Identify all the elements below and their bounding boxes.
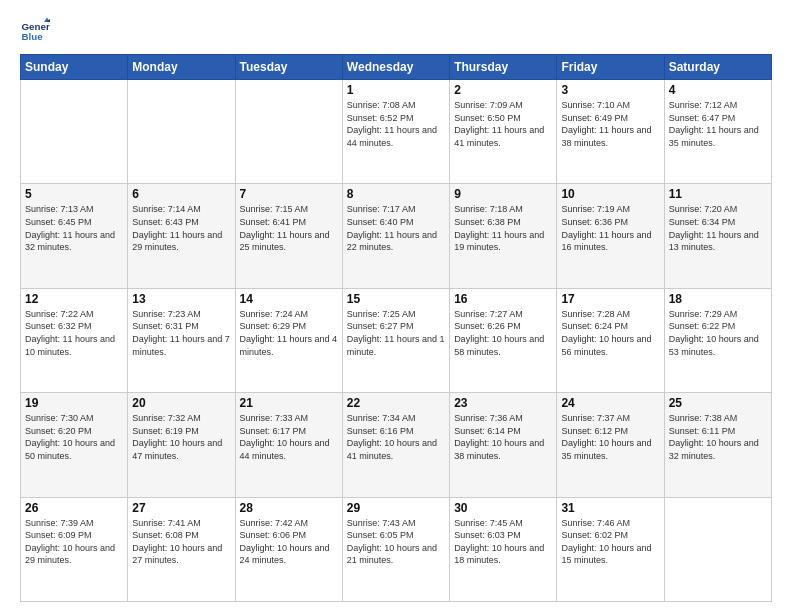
logo: General Blue [20,16,56,46]
day-info: Sunrise: 7:37 AM Sunset: 6:12 PM Dayligh… [561,412,659,462]
day-info: Sunrise: 7:20 AM Sunset: 6:34 PM Dayligh… [669,203,767,253]
day-cell: 17Sunrise: 7:28 AM Sunset: 6:24 PM Dayli… [557,288,664,392]
day-info: Sunrise: 7:12 AM Sunset: 6:47 PM Dayligh… [669,99,767,149]
day-info: Sunrise: 7:28 AM Sunset: 6:24 PM Dayligh… [561,308,659,358]
day-info: Sunrise: 7:38 AM Sunset: 6:11 PM Dayligh… [669,412,767,462]
calendar-table: SundayMondayTuesdayWednesdayThursdayFrid… [20,54,772,602]
day-cell: 28Sunrise: 7:42 AM Sunset: 6:06 PM Dayli… [235,497,342,601]
day-number: 24 [561,396,659,410]
day-info: Sunrise: 7:30 AM Sunset: 6:20 PM Dayligh… [25,412,123,462]
day-number: 5 [25,187,123,201]
day-number: 28 [240,501,338,515]
header: General Blue [20,16,772,46]
day-number: 7 [240,187,338,201]
day-number: 18 [669,292,767,306]
day-info: Sunrise: 7:15 AM Sunset: 6:41 PM Dayligh… [240,203,338,253]
svg-text:Blue: Blue [22,31,44,42]
day-number: 30 [454,501,552,515]
day-number: 31 [561,501,659,515]
day-info: Sunrise: 7:09 AM Sunset: 6:50 PM Dayligh… [454,99,552,149]
day-number: 11 [669,187,767,201]
day-number: 4 [669,83,767,97]
week-row-0: 1Sunrise: 7:08 AM Sunset: 6:52 PM Daylig… [21,80,772,184]
day-cell: 9Sunrise: 7:18 AM Sunset: 6:38 PM Daylig… [450,184,557,288]
day-cell [128,80,235,184]
day-cell: 6Sunrise: 7:14 AM Sunset: 6:43 PM Daylig… [128,184,235,288]
day-number: 23 [454,396,552,410]
day-info: Sunrise: 7:19 AM Sunset: 6:36 PM Dayligh… [561,203,659,253]
week-row-4: 26Sunrise: 7:39 AM Sunset: 6:09 PM Dayli… [21,497,772,601]
header-row: SundayMondayTuesdayWednesdayThursdayFrid… [21,55,772,80]
day-cell: 14Sunrise: 7:24 AM Sunset: 6:29 PM Dayli… [235,288,342,392]
day-info: Sunrise: 7:14 AM Sunset: 6:43 PM Dayligh… [132,203,230,253]
day-cell: 11Sunrise: 7:20 AM Sunset: 6:34 PM Dayli… [664,184,771,288]
day-cell [235,80,342,184]
header-day-tuesday: Tuesday [235,55,342,80]
day-cell: 24Sunrise: 7:37 AM Sunset: 6:12 PM Dayli… [557,393,664,497]
header-day-sunday: Sunday [21,55,128,80]
day-info: Sunrise: 7:39 AM Sunset: 6:09 PM Dayligh… [25,517,123,567]
day-cell: 27Sunrise: 7:41 AM Sunset: 6:08 PM Dayli… [128,497,235,601]
day-info: Sunrise: 7:10 AM Sunset: 6:49 PM Dayligh… [561,99,659,149]
day-info: Sunrise: 7:23 AM Sunset: 6:31 PM Dayligh… [132,308,230,358]
header-day-thursday: Thursday [450,55,557,80]
day-cell [664,497,771,601]
day-cell: 19Sunrise: 7:30 AM Sunset: 6:20 PM Dayli… [21,393,128,497]
day-cell: 31Sunrise: 7:46 AM Sunset: 6:02 PM Dayli… [557,497,664,601]
week-row-1: 5Sunrise: 7:13 AM Sunset: 6:45 PM Daylig… [21,184,772,288]
day-number: 22 [347,396,445,410]
week-row-2: 12Sunrise: 7:22 AM Sunset: 6:32 PM Dayli… [21,288,772,392]
day-info: Sunrise: 7:29 AM Sunset: 6:22 PM Dayligh… [669,308,767,358]
day-info: Sunrise: 7:18 AM Sunset: 6:38 PM Dayligh… [454,203,552,253]
day-number: 1 [347,83,445,97]
day-info: Sunrise: 7:27 AM Sunset: 6:26 PM Dayligh… [454,308,552,358]
calendar-body: 1Sunrise: 7:08 AM Sunset: 6:52 PM Daylig… [21,80,772,602]
day-info: Sunrise: 7:13 AM Sunset: 6:45 PM Dayligh… [25,203,123,253]
day-cell: 7Sunrise: 7:15 AM Sunset: 6:41 PM Daylig… [235,184,342,288]
day-cell: 25Sunrise: 7:38 AM Sunset: 6:11 PM Dayli… [664,393,771,497]
day-info: Sunrise: 7:08 AM Sunset: 6:52 PM Dayligh… [347,99,445,149]
day-cell: 23Sunrise: 7:36 AM Sunset: 6:14 PM Dayli… [450,393,557,497]
svg-text:General: General [22,21,51,32]
day-cell: 18Sunrise: 7:29 AM Sunset: 6:22 PM Dayli… [664,288,771,392]
day-info: Sunrise: 7:34 AM Sunset: 6:16 PM Dayligh… [347,412,445,462]
day-cell: 4Sunrise: 7:12 AM Sunset: 6:47 PM Daylig… [664,80,771,184]
day-cell: 13Sunrise: 7:23 AM Sunset: 6:31 PM Dayli… [128,288,235,392]
day-cell: 3Sunrise: 7:10 AM Sunset: 6:49 PM Daylig… [557,80,664,184]
day-number: 27 [132,501,230,515]
day-number: 26 [25,501,123,515]
day-number: 9 [454,187,552,201]
calendar-header: SundayMondayTuesdayWednesdayThursdayFrid… [21,55,772,80]
day-number: 14 [240,292,338,306]
day-number: 17 [561,292,659,306]
logo-icon: General Blue [20,16,50,46]
day-number: 20 [132,396,230,410]
day-number: 16 [454,292,552,306]
day-number: 13 [132,292,230,306]
day-number: 19 [25,396,123,410]
day-cell [21,80,128,184]
day-info: Sunrise: 7:41 AM Sunset: 6:08 PM Dayligh… [132,517,230,567]
day-cell: 2Sunrise: 7:09 AM Sunset: 6:50 PM Daylig… [450,80,557,184]
header-day-monday: Monday [128,55,235,80]
day-info: Sunrise: 7:42 AM Sunset: 6:06 PM Dayligh… [240,517,338,567]
day-number: 15 [347,292,445,306]
day-info: Sunrise: 7:43 AM Sunset: 6:05 PM Dayligh… [347,517,445,567]
day-number: 12 [25,292,123,306]
day-cell: 21Sunrise: 7:33 AM Sunset: 6:17 PM Dayli… [235,393,342,497]
day-info: Sunrise: 7:46 AM Sunset: 6:02 PM Dayligh… [561,517,659,567]
day-cell: 8Sunrise: 7:17 AM Sunset: 6:40 PM Daylig… [342,184,449,288]
day-number: 8 [347,187,445,201]
day-info: Sunrise: 7:17 AM Sunset: 6:40 PM Dayligh… [347,203,445,253]
day-info: Sunrise: 7:32 AM Sunset: 6:19 PM Dayligh… [132,412,230,462]
day-info: Sunrise: 7:45 AM Sunset: 6:03 PM Dayligh… [454,517,552,567]
day-info: Sunrise: 7:24 AM Sunset: 6:29 PM Dayligh… [240,308,338,358]
day-info: Sunrise: 7:22 AM Sunset: 6:32 PM Dayligh… [25,308,123,358]
day-cell: 22Sunrise: 7:34 AM Sunset: 6:16 PM Dayli… [342,393,449,497]
week-row-3: 19Sunrise: 7:30 AM Sunset: 6:20 PM Dayli… [21,393,772,497]
day-cell: 5Sunrise: 7:13 AM Sunset: 6:45 PM Daylig… [21,184,128,288]
day-cell: 1Sunrise: 7:08 AM Sunset: 6:52 PM Daylig… [342,80,449,184]
day-number: 3 [561,83,659,97]
day-number: 25 [669,396,767,410]
day-cell: 29Sunrise: 7:43 AM Sunset: 6:05 PM Dayli… [342,497,449,601]
